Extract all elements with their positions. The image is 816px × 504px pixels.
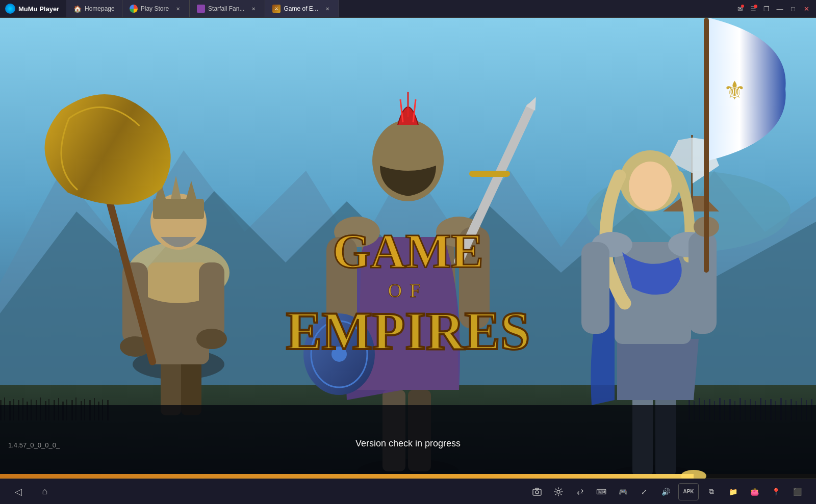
close-button[interactable]: ✕ [801, 3, 812, 14]
mumu-logo-icon [5, 4, 15, 14]
tabs-area: 🏠 Homepage Play Store ✕ Starfall Fan... … [66, 0, 730, 17]
gamepad-button[interactable]: 🎮 [614, 483, 631, 500]
minimize-button[interactable]: — [774, 3, 785, 14]
title-bar: MuMu Player 🏠 Homepage Play Store ✕ Star… [0, 0, 816, 18]
screenshot-button[interactable] [528, 483, 546, 500]
status-bar: Version check in progress [0, 438, 816, 449]
settings-button[interactable] [550, 483, 567, 500]
game-viewport: ⚜ GAME OF EMPIRES 1.4.57_0_0_0_0_ Versio… [0, 18, 816, 479]
tab-homepage[interactable]: 🏠 Homepage [66, 0, 122, 17]
svg-point-112 [536, 491, 539, 494]
tab-goe-label: Game of E... [284, 5, 318, 12]
toolbar-icons: ⇄ ⌨ 🎮 ⤢ 🔊 APK ⧉ 📁 👛 📍 ⬛ [528, 483, 806, 500]
nav-buttons: ◁ ⌂ [10, 484, 53, 500]
restore-button[interactable]: ❐ [761, 3, 772, 14]
playstore-favicon [130, 5, 138, 13]
resize-button[interactable]: ⤢ [635, 483, 653, 500]
location-button[interactable]: 📍 [767, 483, 784, 500]
home-button[interactable]: ⌂ [37, 484, 53, 500]
folder-button[interactable]: 📁 [724, 483, 742, 500]
tab-starfall-label: Starfall Fan... [208, 5, 244, 12]
share-button[interactable]: ⇄ [571, 483, 589, 500]
logo-area: MuMu Player [0, 4, 66, 14]
keyboard-button[interactable]: ⌨ [593, 483, 610, 500]
game-background [0, 18, 816, 479]
home-icon: 🏠 [73, 5, 82, 13]
app-name: MuMu Player [18, 5, 59, 13]
back-button[interactable]: ◁ [10, 484, 27, 500]
expand-button[interactable]: ⬛ [788, 483, 806, 500]
tab-playstore-label: Play Store [141, 5, 169, 12]
mail-button[interactable]: ✉ [734, 3, 746, 14]
apk-button[interactable]: APK [678, 483, 699, 500]
tab-starfall[interactable]: Starfall Fan... ✕ [190, 0, 265, 17]
tab-starfall-close[interactable]: ✕ [249, 5, 258, 13]
tab-homepage-label: Homepage [85, 5, 115, 12]
volume-button[interactable]: 🔊 [657, 483, 674, 500]
wallet-button[interactable]: 👛 [746, 483, 763, 500]
svg-point-114 [557, 490, 560, 493]
tab-goe-close[interactable]: ✕ [323, 5, 332, 13]
multi-window-button[interactable]: ⧉ [703, 483, 720, 500]
bottom-toolbar: ◁ ⌂ ⇄ ⌨ 🎮 ⤢ 🔊 APK ⧉ 📁 👛 📍 ⬛ [0, 479, 816, 504]
goe-favicon: ⚔ [272, 5, 280, 13]
svg-rect-111 [533, 489, 541, 495]
notifications-button[interactable]: ☰ [748, 3, 759, 14]
title-right-icons: ✉ ☰ ❐ — □ ✕ [730, 3, 816, 14]
maximize-button[interactable]: □ [787, 3, 799, 14]
tab-gameofempires[interactable]: ⚔ Game of E... ✕ [265, 0, 339, 17]
version-check-text: Version check in progress [355, 438, 461, 448]
tab-playstore[interactable]: Play Store ✕ [122, 0, 190, 17]
starfall-favicon [197, 5, 205, 13]
tab-playstore-close[interactable]: ✕ [174, 5, 182, 13]
